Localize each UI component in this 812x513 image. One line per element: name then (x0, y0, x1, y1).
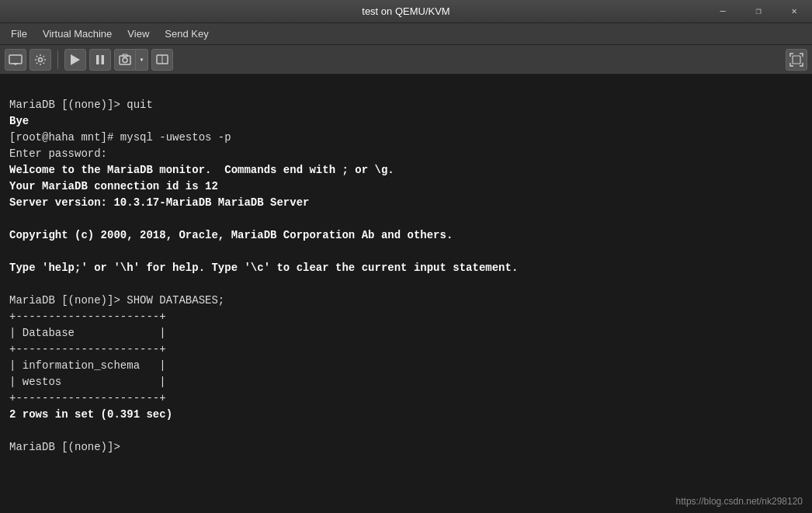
line-5: Welcome to the MariaDB monitor. Commands… (9, 164, 394, 176)
line-22: MariaDB [(none)]> (9, 441, 127, 453)
titlebar: test on QEMU/KVM — ❐ ✕ (0, 0, 812, 23)
svg-point-8 (123, 57, 127, 62)
window-controls: — ❐ ✕ (705, 0, 812, 23)
line-19: +----------------------+ (9, 392, 166, 404)
menubar: File Virtual Machine View Send Key (0, 23, 812, 45)
svg-rect-6 (102, 55, 105, 64)
terminal-output: MariaDB [(none)]> quit Bye [root@haha mn… (9, 81, 803, 472)
pause-button[interactable] (89, 49, 111, 71)
svg-rect-5 (96, 55, 99, 64)
minimize-button[interactable]: — (705, 0, 741, 23)
line-1: MariaDB [(none)]> quit (9, 99, 153, 111)
line-18: | westos | (9, 376, 166, 388)
line-16: +----------------------+ (9, 343, 166, 355)
svg-rect-0 (9, 55, 22, 64)
close-button[interactable]: ✕ (776, 0, 812, 23)
line-9: Copyright (c) 2000, 2018, Oracle, MariaD… (9, 229, 453, 241)
svg-rect-7 (120, 56, 130, 64)
menu-send-key[interactable]: Send Key (157, 25, 216, 43)
screen-button[interactable] (5, 49, 26, 71)
menu-virtual-machine[interactable]: Virtual Machine (35, 25, 120, 43)
menu-file[interactable]: File (3, 25, 35, 43)
line-3: [root@haha mnt]# mysql -uwestos -p (9, 131, 231, 144)
line-4: Enter password: (9, 147, 107, 160)
menu-view[interactable]: View (120, 25, 157, 43)
svg-point-3 (39, 57, 43, 61)
svg-marker-4 (71, 54, 80, 65)
line-2: Bye (9, 115, 29, 127)
restore-button[interactable]: ❐ (741, 0, 776, 23)
line-7: Server version: 10.3.17-MariaDB MariaDB … (9, 196, 309, 209)
terminal[interactable]: MariaDB [(none)]> quit Bye [root@haha mn… (0, 75, 812, 513)
screenshot-group: ▾ (114, 49, 148, 71)
play-button[interactable] (64, 49, 86, 71)
line-20: 2 rows in set (0.391 sec) (9, 408, 172, 421)
display-mode-button[interactable] (151, 49, 173, 71)
watermark: https://blog.csdn.net/nk298120 (676, 496, 803, 507)
svg-rect-12 (793, 56, 800, 64)
fullscreen-button[interactable] (786, 49, 807, 71)
line-11: Type 'help;' or '\h' for help. Type '\c'… (9, 262, 518, 274)
settings-button[interactable] (29, 49, 51, 71)
toolbar-divider-1 (57, 50, 58, 69)
line-14: +----------------------+ (9, 310, 166, 323)
line-13: MariaDB [(none)]> SHOW DATABASES; (9, 294, 224, 307)
window-title: test on QEMU/KVM (362, 5, 449, 17)
line-17: | information_schema | (9, 359, 166, 372)
toolbar: ▾ (0, 45, 812, 75)
line-6: Your MariaDB connection id is 12 (9, 180, 218, 192)
line-15: | Database | (9, 327, 166, 339)
screenshot-button[interactable] (114, 49, 136, 71)
screenshot-dropdown[interactable]: ▾ (136, 49, 148, 71)
